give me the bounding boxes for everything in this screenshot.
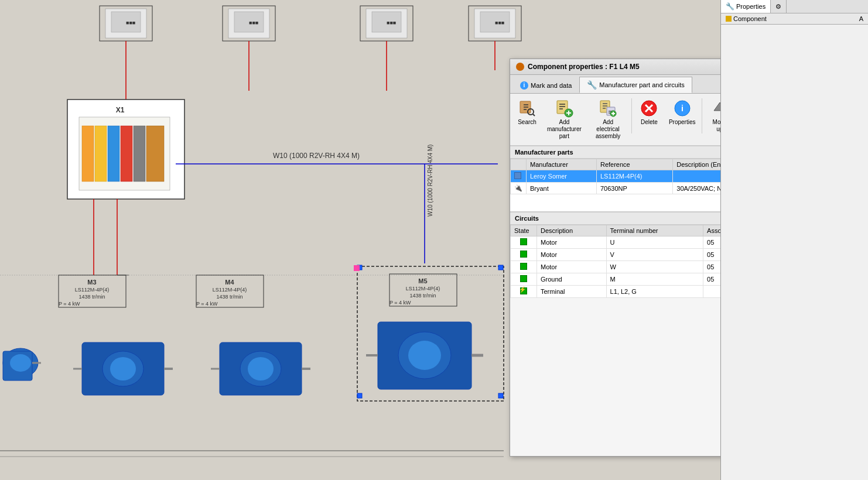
wrench-icon: 🔧: [587, 80, 597, 90]
svg-text:LS112M-4P(4): LS112M-4P(4): [406, 286, 440, 292]
search-label: Search: [518, 119, 536, 126]
add-part-label: Add manufacturer part: [547, 119, 582, 140]
state-green-icon: [520, 263, 527, 270]
state-cell: [511, 236, 537, 249]
svg-text:LS112M-4P(4): LS112M-4P(4): [75, 287, 110, 293]
svg-rect-24: [95, 126, 107, 181]
svg-text:1438 tr/min: 1438 tr/min: [409, 293, 436, 299]
properties-label: Properties: [669, 119, 696, 126]
component-label: Component: [733, 15, 767, 22]
svg-rect-55: [498, 393, 503, 398]
svg-rect-25: [108, 126, 119, 181]
reference-cell: LS112M-4P(4): [596, 170, 672, 183]
svg-text:■■■: ■■■: [126, 20, 135, 26]
component-icon: [726, 16, 732, 22]
right-panel-tabs[interactable]: 🔧 Properties ⚙: [721, 0, 868, 13]
terminal-cell: V: [606, 249, 703, 261]
add-assembly-icon: [599, 99, 617, 118]
svg-text:W10 (1000 R2V-RH 4X4 M): W10 (1000 R2V-RH 4X4 M): [427, 145, 433, 217]
info-icon: i: [520, 81, 528, 90]
svg-text:i: i: [681, 104, 684, 113]
row-icon-cell2: 🔌: [511, 183, 527, 194]
manufacturer-cell2: Bryant: [527, 183, 597, 194]
svg-text:■■■: ■■■: [495, 20, 504, 26]
svg-text:P =  4 kW: P = 4 kW: [59, 301, 80, 307]
svg-text:■■■: ■■■: [249, 20, 258, 26]
state-warn-icon: ⚡: [520, 287, 527, 296]
state-green-icon: [520, 275, 527, 282]
svg-text:1438 tr/min: 1438 tr/min: [78, 294, 105, 300]
tab-mark-data[interactable]: i Mark and data: [512, 77, 579, 93]
row-icon-cell: [511, 170, 527, 183]
desc-cell: Motor: [537, 236, 607, 249]
terminal-cell: M: [606, 273, 703, 286]
add-manufacturer-part-button[interactable]: Add manufacturer part: [543, 96, 586, 143]
svg-text:LS112M-4P(4): LS112M-4P(4): [213, 287, 247, 293]
svg-text:1438 tr/min: 1438 tr/min: [216, 294, 242, 300]
desc-cell: Motor: [537, 261, 607, 273]
svg-text:M5: M5: [418, 277, 427, 284]
terminal-cell: W: [606, 261, 703, 273]
divider1: [631, 98, 632, 133]
svg-point-73: [408, 341, 441, 370]
state-cell: ⚡: [511, 286, 537, 298]
col-desc: Description: [537, 225, 607, 236]
gear-icon: [516, 63, 524, 71]
terminal-cell: L1, L2, G: [606, 286, 703, 298]
add-electrical-assembly-button[interactable]: Add electrical assembly: [587, 96, 630, 143]
col-manufacturer: Manufacturer: [527, 159, 597, 170]
add-part-icon: [555, 99, 573, 118]
warn-overlay: ⚡: [519, 286, 526, 293]
box-icon: [514, 172, 521, 179]
svg-text:M3: M3: [87, 279, 96, 286]
state-cell: [511, 273, 537, 286]
properties-tab-label: Properties: [736, 3, 766, 10]
delete-label: Delete: [641, 119, 658, 126]
svg-rect-28: [146, 126, 164, 181]
col-terminal: Terminal number: [606, 225, 703, 236]
state-green-icon: [520, 251, 527, 258]
desc-cell: Ground: [537, 273, 607, 286]
state-green-icon: [520, 238, 527, 245]
svg-point-63: [110, 357, 136, 380]
divider2: [702, 98, 702, 133]
svg-rect-54: [357, 393, 362, 398]
tab-properties[interactable]: 🔧 Properties: [721, 0, 771, 13]
svg-text:P =  4 kW: P = 4 kW: [196, 301, 218, 307]
tab-gear[interactable]: ⚙: [771, 0, 787, 13]
svg-rect-27: [134, 126, 145, 181]
col-state: State: [511, 225, 537, 236]
gear-tab-icon: ⚙: [775, 3, 781, 11]
comp-props-title: Component properties : F1 L4 M5: [528, 63, 640, 71]
svg-text:X1: X1: [116, 106, 125, 114]
properties-button[interactable]: i Properties: [665, 96, 699, 129]
terminal-cell: U: [606, 236, 703, 249]
reference-cell2: 70630NP: [596, 183, 672, 194]
search-button[interactable]: Search: [512, 96, 542, 129]
svg-text:■■■: ■■■: [387, 20, 396, 26]
svg-text:P =  4 kW: P = 4 kW: [389, 300, 411, 306]
desc-cell: Terminal: [537, 286, 607, 298]
svg-rect-23: [82, 126, 94, 181]
svg-rect-56: [354, 265, 360, 271]
svg-rect-53: [498, 265, 503, 270]
col-reference: Reference: [596, 159, 672, 170]
right-panel: 🔧 Properties ⚙ Component A: [720, 0, 868, 480]
delete-icon: [640, 99, 658, 118]
component-subtab[interactable]: Component A: [721, 13, 868, 25]
properties-tab-icon: 🔧: [726, 2, 734, 11]
state-cell: [511, 249, 537, 261]
search-icon: [518, 99, 536, 118]
col-empty: [511, 159, 527, 170]
properties-icon: i: [673, 99, 692, 118]
delete-button[interactable]: Delete: [634, 96, 664, 129]
add-assembly-label: Add electrical assembly: [591, 119, 626, 140]
plug-icon: 🔌: [514, 184, 522, 191]
manufacturer-cell: Leroy Somer: [527, 170, 597, 183]
svg-rect-26: [121, 126, 132, 181]
svg-point-59: [10, 354, 31, 372]
svg-line-84: [533, 114, 535, 116]
component-action-icon: A: [859, 15, 863, 22]
tab-manufacturer-circuits[interactable]: 🔧 Manufacturer part and circuits: [579, 77, 692, 93]
state-cell: [511, 261, 537, 273]
